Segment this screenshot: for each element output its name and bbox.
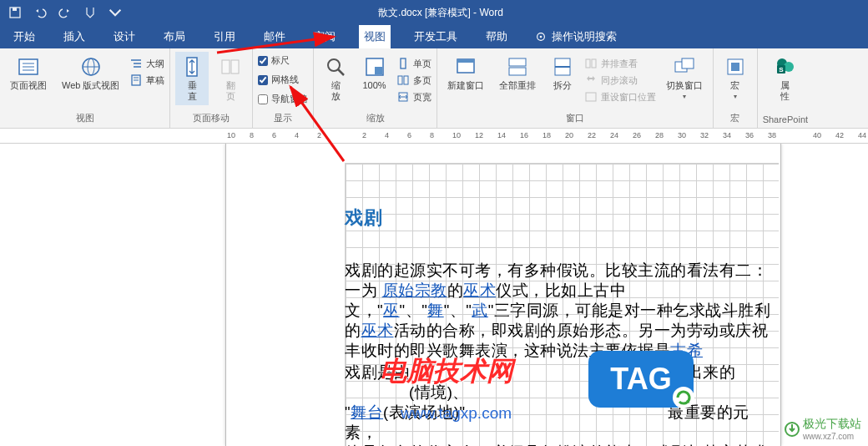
svg-rect-26	[404, 76, 408, 84]
group-zoom-label: 缩放	[366, 110, 385, 128]
svg-rect-40	[731, 63, 739, 71]
single-page-icon	[396, 57, 410, 70]
sync-scroll-icon	[584, 73, 598, 87]
split-label: 拆分	[553, 80, 572, 91]
single-page-button[interactable]: 单页	[396, 57, 431, 70]
flip-label: 翻 页	[226, 80, 235, 102]
save-icon[interactable]	[8, 6, 22, 19]
arrange-all-icon	[506, 55, 529, 79]
touch-mode-icon[interactable]	[83, 6, 97, 19]
svg-rect-24	[401, 58, 406, 68]
group-window: 新建窗口 全部重排 拆分 并排查看 同步滚动 重设窗口位置 切换窗口 ▾ 窗口	[437, 48, 714, 128]
group-window-label: 窗口	[566, 110, 584, 128]
read-view-icon	[17, 55, 40, 79]
tab-help[interactable]: 帮助	[481, 25, 512, 48]
vertical-icon	[180, 55, 204, 79]
group-sharepoint-label: SharePoint	[763, 113, 808, 128]
tab-layout[interactable]: 布局	[159, 25, 190, 48]
macro-label: 宏	[730, 80, 739, 91]
title-bar: 散文.docx [兼容模式] - Word	[0, 0, 868, 25]
split-icon	[551, 55, 574, 79]
svg-text:TAG: TAG	[610, 362, 671, 396]
hundred-label: 100%	[362, 80, 386, 91]
macro-button[interactable]: 宏 ▾	[719, 52, 752, 104]
link-wu3[interactable]: 武	[472, 302, 488, 319]
web-layout-label: Web 版式视图	[62, 80, 119, 91]
draft-button[interactable]: 草稿	[129, 73, 164, 87]
document-area[interactable]: 戏剧 戏剧的起源实不可考，有多种假说。比较主流的看法有二：一为 原始宗教的巫术仪…	[0, 144, 868, 446]
arrow-1	[217, 32, 351, 60]
qat-dropdown-icon[interactable]	[108, 6, 122, 19]
new-window-button[interactable]: 新建窗口	[442, 52, 489, 94]
svg-rect-31	[509, 68, 526, 75]
group-views: 页面视图 Web 版式视图 大纲 草稿 视图	[0, 48, 170, 128]
navpane-check-input[interactable]	[258, 94, 268, 104]
multi-page-icon	[396, 73, 410, 87]
arrange-all-button[interactable]: 全部重排	[494, 52, 541, 94]
doc-heading: 戏剧	[345, 206, 779, 231]
svg-text:S: S	[779, 66, 784, 73]
group-macro: 宏 ▾ 宏	[714, 48, 758, 128]
tell-me-label: 操作说明搜索	[552, 29, 617, 44]
side-by-side-icon	[584, 57, 598, 70]
svg-line-49	[217, 37, 334, 53]
tab-developer[interactable]: 开发工具	[409, 25, 462, 48]
gridlines-check-input[interactable]	[258, 75, 268, 85]
doc-paragraph: 戏剧的起源实不可考，有多种假说。比较主流的看法有二：一为 原始宗教的巫术仪式，比…	[345, 261, 779, 361]
vertical-button[interactable]: 垂 直	[175, 52, 209, 105]
overlay-url: www.tagxp.com	[401, 404, 512, 423]
svg-rect-35	[592, 59, 596, 68]
tell-me[interactable]: 操作说明搜索	[531, 25, 621, 48]
sharepoint-icon: S	[774, 55, 797, 79]
switch-window-button[interactable]: 切换窗口 ▾	[661, 52, 708, 104]
tab-home[interactable]: 开始	[8, 25, 40, 48]
svg-rect-19	[231, 60, 239, 73]
tab-design[interactable]: 设计	[108, 25, 140, 48]
sync-scroll-button: 同步滚动	[584, 73, 656, 87]
svg-point-20	[328, 59, 340, 71]
web-layout-button[interactable]: Web 版式视图	[57, 52, 124, 94]
hundred-button[interactable]: 100%	[357, 52, 391, 94]
svg-rect-1	[13, 8, 17, 11]
svg-line-50	[290, 87, 344, 161]
horizontal-ruler[interactable]: 1086422468101214161820222426283032343638…	[0, 129, 868, 144]
link-wushu[interactable]: 巫术	[463, 281, 496, 299]
properties-button[interactable]: S 属 性	[769, 52, 802, 105]
link-religion[interactable]: 原始宗教	[382, 281, 447, 299]
svg-rect-29	[457, 59, 474, 63]
vertical-label: 垂 直	[188, 80, 197, 102]
svg-point-47	[673, 387, 694, 408]
group-pagemove: 垂 直 翻 页 页面移动	[170, 48, 253, 128]
arrow-2	[285, 82, 352, 169]
svg-rect-23	[375, 67, 382, 74]
link-wushu2[interactable]: 巫术	[361, 322, 394, 339]
new-window-label: 新建窗口	[447, 80, 484, 91]
split-button[interactable]: 拆分	[546, 52, 579, 94]
macro-icon	[724, 55, 747, 79]
tab-insert[interactable]: 插入	[58, 25, 90, 48]
ribbon-tabs: 开始 插入 设计 布局 引用 邮件 审阅 视图 开发工具 帮助 操作说明搜索	[0, 25, 868, 48]
overlay-red-text: 电脑技术网	[380, 353, 513, 390]
multi-page-button[interactable]: 多页	[396, 73, 431, 87]
undo-icon[interactable]	[33, 6, 47, 19]
link-stage[interactable]: 舞台	[351, 403, 383, 421]
tab-view[interactable]: 视图	[359, 25, 391, 48]
properties-label: 属 性	[780, 80, 790, 102]
svg-point-3	[540, 36, 542, 38]
outline-icon	[129, 57, 143, 70]
svg-line-21	[338, 69, 344, 75]
svg-rect-18	[222, 60, 230, 73]
read-view-button[interactable]: 页面视图	[5, 52, 52, 94]
outline-button[interactable]: 大纲	[129, 57, 164, 70]
group-views-label: 视图	[76, 110, 94, 128]
page-width-icon	[396, 90, 410, 104]
link-wu2[interactable]: 舞	[427, 302, 444, 319]
svg-rect-25	[398, 76, 402, 84]
redo-icon[interactable]	[58, 6, 72, 19]
switch-window-icon	[673, 55, 696, 79]
group-macro-label: 宏	[730, 110, 739, 128]
new-window-icon	[454, 55, 477, 79]
page-width-button[interactable]: 页宽	[396, 90, 431, 104]
tag-badge: TAG	[588, 351, 697, 414]
link-wu1[interactable]: 巫	[383, 302, 400, 319]
